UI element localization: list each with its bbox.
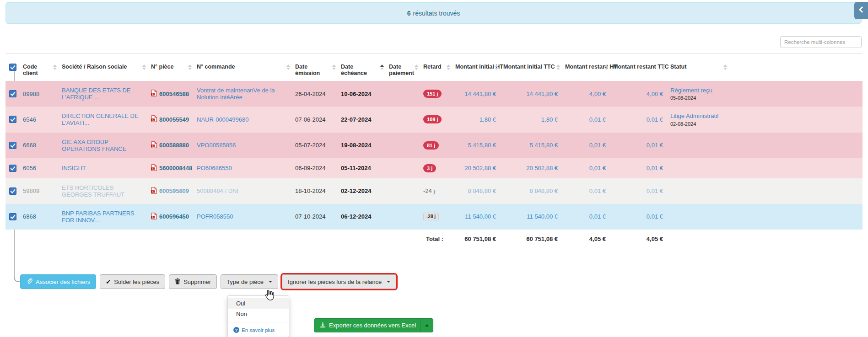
row-checkbox[interactable] bbox=[9, 213, 16, 220]
piece-link[interactable]: 600588880 bbox=[159, 142, 189, 149]
date-echeance-cell: 19-08-2024 bbox=[337, 133, 385, 158]
caret-down-icon bbox=[387, 281, 390, 283]
date-echeance-cell: 22-07-2024 bbox=[337, 107, 385, 132]
date-emission: 05-07-2024 bbox=[295, 142, 326, 149]
pdf-icon[interactable]: A bbox=[151, 213, 157, 221]
solder-pieces-button[interactable]: ✔ Solder les pièces bbox=[100, 274, 165, 289]
dropdown-option-non[interactable]: Non bbox=[228, 309, 289, 319]
code-client-cell: 6546 bbox=[19, 107, 58, 132]
col-header-date-echeance[interactable]: Date échéance bbox=[337, 53, 385, 81]
retard-badge: 81 j bbox=[423, 141, 439, 150]
piece-link[interactable]: 600596450 bbox=[159, 213, 189, 220]
checkbox-cell bbox=[5, 178, 19, 204]
pdf-icon[interactable]: A bbox=[151, 115, 157, 123]
commande-link[interactable]: Vontrat de maintenanVe de la Nolution in… bbox=[197, 87, 275, 101]
row-checkbox[interactable] bbox=[9, 187, 16, 195]
checkbox-cell bbox=[5, 204, 19, 230]
statut-cell bbox=[667, 204, 728, 230]
pdf-icon[interactable]: A bbox=[151, 141, 157, 150]
select-all-checkbox[interactable] bbox=[9, 64, 16, 71]
row-checkbox[interactable] bbox=[9, 142, 16, 149]
statut-link[interactable]: Règlement reçu bbox=[670, 87, 725, 94]
date-emission-cell: 06-09-2024 bbox=[291, 158, 337, 178]
row-checkbox[interactable] bbox=[9, 116, 16, 123]
col-header-societe[interactable]: Société / Raison sociale bbox=[58, 53, 147, 81]
associer-fichiers-button[interactable]: Associer des fichiers bbox=[20, 274, 96, 289]
sort-icon bbox=[723, 64, 727, 70]
pdf-icon[interactable]: A bbox=[151, 90, 157, 98]
commande-cell: Vontrat de maintenanVe de la Nolution in… bbox=[193, 81, 291, 107]
total-montant-restant-ht: 4,05 € bbox=[561, 230, 609, 248]
collapse-panel-button[interactable] bbox=[854, 2, 868, 19]
col-header-commande[interactable]: N° commande bbox=[193, 53, 291, 81]
statut-cell bbox=[667, 158, 728, 178]
montant-initial-ttc-cell: 1,80 € bbox=[500, 107, 561, 132]
societe-link[interactable]: ETS HORTICOLES GEORGES TRUFFAUT bbox=[62, 184, 124, 198]
dropdown-option-oui[interactable]: Oui bbox=[228, 298, 289, 309]
commande-link[interactable]: 50088484 / DNI bbox=[197, 187, 238, 194]
col-header-code-client[interactable]: Code client bbox=[19, 53, 58, 81]
montant-restant-ttc: 0,01 € bbox=[613, 165, 663, 171]
type-de-piece-dropdown-button[interactable]: Type de pièce bbox=[221, 274, 278, 289]
sort-icon bbox=[415, 64, 418, 70]
statut-link[interactable]: Litige Administratif bbox=[670, 112, 725, 120]
col-header-date-paiement[interactable]: Date paiement bbox=[385, 53, 420, 81]
col-header-montant-initial-ttc[interactable]: Montant initial TTC bbox=[500, 53, 561, 81]
montant-restant-ht-cell: 0,01 € bbox=[561, 107, 609, 132]
table-body: 89988BANQUE DES ETATS DE L'AFRIQUE ...A6… bbox=[5, 81, 863, 230]
societe-link[interactable]: BNP PARIBAS PARTNERS FOR INNOV... bbox=[62, 210, 135, 224]
montant-initial-ttc-cell: 14 441,80 € bbox=[500, 81, 561, 107]
row-checkbox[interactable] bbox=[9, 90, 16, 97]
piece-link[interactable]: 600546588 bbox=[159, 91, 189, 97]
societe-link[interactable]: BANQUE DES ETATS DE L'AFRIQUE ... bbox=[62, 87, 131, 101]
societe-link[interactable]: DIRECTION GENERALE DE L'AVIATI... bbox=[62, 112, 139, 126]
montant-initial-ht: 8 848,80 € bbox=[455, 187, 496, 194]
ignorer-relance-dropdown-button[interactable]: Ignorer les pièces lors de la relance bbox=[282, 274, 396, 289]
pdf-icon[interactable]: A bbox=[151, 187, 157, 195]
export-excel-button[interactable]: Exporter ces données vers Excel bbox=[314, 318, 433, 332]
code-client: 59809 bbox=[23, 187, 39, 194]
results-table: Code client Société / Raison sociale N° … bbox=[5, 53, 863, 248]
code-client-cell: 89988 bbox=[19, 81, 58, 107]
col-header-date-emission[interactable]: Date émission bbox=[291, 53, 337, 81]
en-savoir-plus-link[interactable]: ? En savoir plus bbox=[228, 325, 289, 335]
piece-link[interactable]: 800055549 bbox=[159, 116, 189, 123]
code-client-cell: 59809 bbox=[19, 178, 58, 204]
piece-link[interactable]: 5600008448 bbox=[159, 165, 192, 171]
total-montant-initial-ht: 60 751,08 € bbox=[452, 230, 500, 248]
col-header-montant-restant-ht[interactable]: Montant restant HT bbox=[561, 53, 609, 81]
sort-icon bbox=[447, 64, 450, 70]
commande-link[interactable]: PO60686550 bbox=[197, 165, 232, 171]
col-header-piece[interactable]: N° pièce bbox=[147, 53, 193, 81]
montant-restant-ht: 0,01 € bbox=[565, 187, 606, 194]
commande-cell: NAUR-0000499680 bbox=[193, 107, 291, 132]
supprimer-button[interactable]: Supprimer bbox=[169, 274, 217, 289]
export-split-section[interactable] bbox=[421, 319, 433, 332]
table-row: 59809ETS HORTICOLES GEORGES TRUFFAUTA600… bbox=[5, 178, 863, 204]
commande-link[interactable]: POFR058550 bbox=[197, 213, 233, 220]
date-echeance-cell: 02-12-2024 bbox=[337, 178, 385, 204]
date-emission: 06-09-2024 bbox=[295, 165, 326, 171]
col-header-retard[interactable]: Retard bbox=[420, 53, 452, 81]
trash-icon bbox=[175, 278, 180, 286]
search-input[interactable] bbox=[780, 36, 862, 48]
date-emission-cell: 18-10-2024 bbox=[291, 178, 337, 204]
societe-link[interactable]: GIE AXA GROUP OPERATIONS FRANCE bbox=[62, 139, 126, 152]
caret-up-icon bbox=[425, 324, 429, 326]
montant-initial-ht-cell: 5 415,80 € bbox=[452, 133, 500, 158]
col-header-statut[interactable]: Statut bbox=[667, 53, 728, 81]
societe-link[interactable]: INSIGHT bbox=[62, 165, 86, 171]
statut-cell bbox=[667, 133, 728, 158]
col-header-montant-restant-ttc[interactable]: Montant restant TTC bbox=[609, 53, 667, 81]
societe-cell: ETS HORTICOLES GEORGES TRUFFAUT bbox=[58, 178, 147, 204]
row-checkbox[interactable] bbox=[9, 165, 16, 172]
commande-link[interactable]: VPO00585856 bbox=[197, 142, 236, 149]
sort-icon bbox=[662, 64, 665, 70]
commande-link[interactable]: NAUR-0000499680 bbox=[197, 116, 248, 123]
montant-initial-ht-cell: 20 502,88 € bbox=[452, 158, 500, 178]
col-header-montant-initial-ht[interactable]: Montant initial HT bbox=[452, 53, 500, 81]
date-echeance-cell: 05-11-2024 bbox=[337, 158, 385, 178]
header-checkbox-cell bbox=[5, 53, 19, 81]
piece-link[interactable]: 600595809 bbox=[159, 187, 189, 194]
pdf-icon[interactable]: A bbox=[151, 164, 157, 172]
